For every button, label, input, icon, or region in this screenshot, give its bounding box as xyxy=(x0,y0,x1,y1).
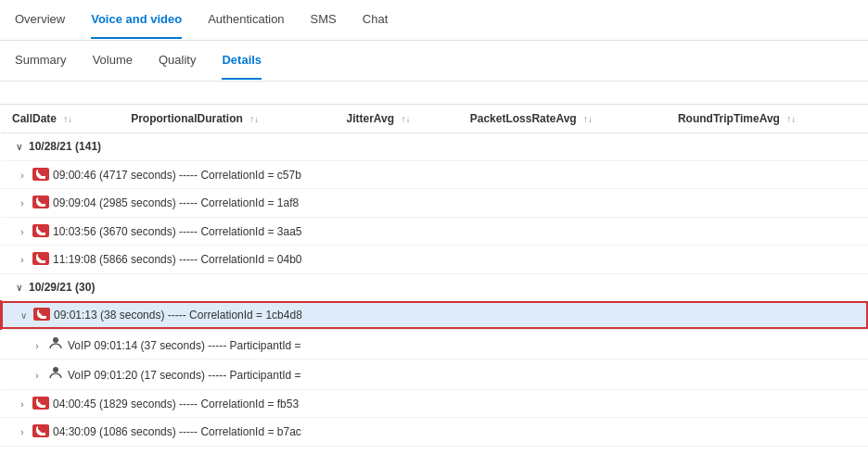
data-table-container: CallDate ↑↓ProportionalDuration ↑↓Jitter… xyxy=(0,105,868,447)
nav-item-chat[interactable]: Chat xyxy=(363,1,388,39)
row-expand-icon[interactable]: › xyxy=(16,225,29,238)
col-header-jitter-avg[interactable]: JitterAvg ↑↓ xyxy=(336,105,459,133)
sort-icon: ↑↓ xyxy=(63,114,72,124)
table-row[interactable]: ∨09:01:13 (38 seconds) ----- Correlation… xyxy=(1,301,868,330)
call-type-icon xyxy=(32,196,49,208)
participant-expand-icon[interactable]: › xyxy=(31,370,44,383)
group-row-group-1029[interactable]: ∨10/29/21 (30) xyxy=(1,273,868,301)
sub-nav-item-details[interactable]: Details xyxy=(222,42,262,80)
sub-nav: SummaryVolumeQualityDetails xyxy=(0,41,868,82)
call-type-icon xyxy=(32,252,49,265)
call-type-icon xyxy=(33,308,50,321)
table-row[interactable]: ›04:00:45 (1829 seconds) ----- Correlati… xyxy=(1,389,868,418)
call-row-text: 09:09:04 (2985 seconds) ----- Correlatio… xyxy=(53,196,299,209)
svg-point-0 xyxy=(53,337,58,343)
group-label: 10/29/21 (30) xyxy=(29,281,95,294)
row-expand-icon[interactable]: › xyxy=(16,197,29,210)
call-row-text: 04:30:09 (1086 seconds) ----- Correlatio… xyxy=(53,425,301,438)
call-type-icon xyxy=(32,224,49,237)
table-row[interactable]: ›04:30:09 (1086 seconds) ----- Correlati… xyxy=(1,418,868,447)
call-type-icon xyxy=(32,397,49,410)
participant-icon xyxy=(47,336,64,349)
sub-nav-item-summary[interactable]: Summary xyxy=(15,42,67,80)
participant-expand-icon[interactable]: › xyxy=(31,339,44,352)
nav-item-sms[interactable]: SMS xyxy=(311,1,337,39)
group-expand-icon[interactable]: ∨ xyxy=(12,281,25,294)
nav-item-voice-video[interactable]: Voice and video xyxy=(91,1,182,39)
call-row-text: 11:19:08 (5866 seconds) ----- Correlatio… xyxy=(53,253,301,266)
nav-item-authentication[interactable]: Authentication xyxy=(208,1,284,39)
sub-nav-item-quality[interactable]: Quality xyxy=(159,42,196,80)
data-table: CallDate ↑↓ProportionalDuration ↑↓Jitter… xyxy=(0,105,868,447)
sub-nav-item-volume[interactable]: Volume xyxy=(93,42,133,80)
table-row[interactable]: ›10:03:56 (3670 seconds) ----- Correlati… xyxy=(1,217,868,246)
group-expand-icon[interactable]: ∨ xyxy=(12,141,25,154)
call-type-icon xyxy=(32,168,49,181)
nav-item-overview[interactable]: Overview xyxy=(15,1,65,39)
row-expand-icon[interactable]: › xyxy=(16,254,29,267)
table-row[interactable]: ›09:09:04 (2985 seconds) ----- Correlati… xyxy=(1,189,868,218)
sort-icon: ↑↓ xyxy=(401,114,410,124)
table-row[interactable]: ›VoIP 09:01:20 (17 seconds) ----- Partic… xyxy=(1,360,868,390)
group-row-group-1028[interactable]: ∨10/28/21 (141) xyxy=(1,133,868,161)
call-row-text: 10:03:56 (3670 seconds) ----- Correlatio… xyxy=(53,225,301,238)
col-header-proportional-duration[interactable]: ProportionalDuration ↑↓ xyxy=(120,105,335,133)
sort-icon: ↑↓ xyxy=(249,114,259,124)
call-type-icon xyxy=(32,424,49,437)
col-header-calldate[interactable]: CallDate ↑↓ xyxy=(1,105,120,133)
participant-row-text: VoIP 09:01:20 (17 seconds) ----- Partici… xyxy=(68,369,301,382)
call-row-text: 09:01:13 (38 seconds) ----- CorrelationI… xyxy=(54,309,302,322)
description-text xyxy=(0,82,868,105)
participant-icon xyxy=(47,366,64,379)
sort-icon: ↑↓ xyxy=(786,114,796,124)
table-body: ∨10/28/21 (141)›09:00:46 (4717 seconds) … xyxy=(1,133,868,447)
row-expand-icon[interactable]: › xyxy=(16,426,29,439)
table-row[interactable]: ›VoIP 09:01:14 (37 seconds) ----- Partic… xyxy=(1,329,868,360)
row-expand-icon[interactable]: ∨ xyxy=(17,309,30,322)
call-row-text: 09:00:46 (4717 seconds) ----- Correlatio… xyxy=(53,169,301,182)
call-row-text: 04:00:45 (1829 seconds) ----- Correlatio… xyxy=(53,398,299,410)
sort-icon: ↑↓ xyxy=(583,114,593,124)
participant-row-text: VoIP 09:01:14 (37 seconds) ----- Partici… xyxy=(68,339,301,352)
table-row[interactable]: ›09:00:46 (4717 seconds) ----- Correlati… xyxy=(1,160,868,189)
row-expand-icon[interactable]: › xyxy=(16,398,29,410)
table-header: CallDate ↑↓ProportionalDuration ↑↓Jitter… xyxy=(1,105,868,133)
col-header-roundtrip-avg[interactable]: RoundTripTimeAvg ↑↓ xyxy=(667,105,868,133)
group-label: 10/28/21 (141) xyxy=(29,140,101,153)
row-expand-icon[interactable]: › xyxy=(16,169,29,182)
svg-point-1 xyxy=(53,367,58,372)
table-row[interactable]: ›11:19:08 (5866 seconds) ----- Correlati… xyxy=(1,246,868,274)
col-header-packet-loss-avg[interactable]: PacketLossRateAvg ↑↓ xyxy=(459,105,667,133)
top-nav: OverviewVoice and videoAuthenticationSMS… xyxy=(0,0,868,41)
